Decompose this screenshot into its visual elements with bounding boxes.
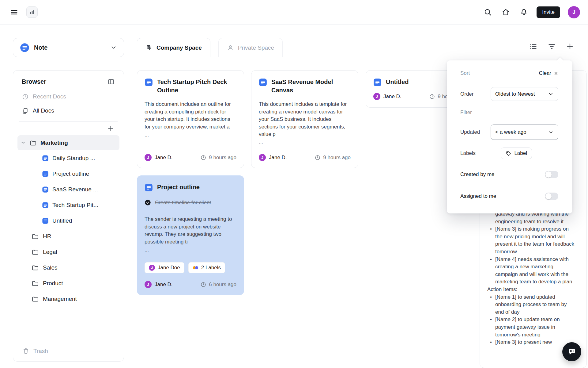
order-label: Order (460, 91, 473, 97)
card-timestamp: 6 hours ago (209, 282, 236, 288)
filter-icon (548, 42, 556, 51)
collapse-sidebar-button[interactable] (107, 77, 115, 86)
doc-card-saas-revenue-model[interactable]: SaaS Revenue Model Canvas This document … (251, 70, 358, 168)
sidebar-item-trash[interactable]: Trash (21, 345, 50, 357)
trash-label: Trash (33, 348, 48, 355)
header-actions: Invite J (482, 6, 580, 18)
card-body: The sender is requesting a meeting to di… (145, 216, 236, 246)
sidebar-item-recent-docs[interactable]: Recent Docs (17, 90, 119, 104)
trash-icon (22, 347, 29, 355)
note-doc-icon (42, 155, 49, 162)
tab-private-space-label: Private Space (238, 44, 274, 51)
sidebar-folder-management[interactable]: Management (17, 291, 119, 307)
folder-label: Product (43, 280, 63, 287)
folder-icon (32, 280, 39, 287)
tab-company-space[interactable]: Company Space (137, 38, 210, 57)
sidebar-doc-tech-startup[interactable]: Tech Startup Pit... (17, 197, 119, 213)
updated-select[interactable]: < a week ago (491, 125, 558, 140)
author-avatar: J (259, 154, 266, 161)
preview-line: Action Items: (487, 286, 576, 293)
chevron-down-icon[interactable] (21, 140, 26, 145)
toggle-knob (545, 193, 552, 199)
filter-button[interactable] (547, 42, 556, 51)
card-footer: J Jane D. 9 hours ago (259, 154, 351, 161)
docs-icon (22, 107, 29, 114)
card-title: Untitled (386, 78, 409, 86)
app-window: Invite J Note Company Space Private Spac… (0, 0, 588, 368)
assigned-to-me-label: Assigned to me (460, 193, 496, 199)
sidebar-folder-legal[interactable]: Legal (17, 244, 119, 260)
doc-type-selector[interactable]: Note (13, 38, 124, 57)
search-icon (484, 8, 492, 16)
checked-circle-icon[interactable] (145, 199, 151, 206)
sidebar-item-all-docs[interactable]: All Docs (17, 104, 119, 118)
notifications-button[interactable] (518, 7, 529, 17)
clock-icon (315, 155, 321, 161)
card-body: This document includes a template for cr… (259, 101, 351, 138)
sidebar-folder-sales[interactable]: Sales (17, 260, 119, 275)
sidebar-folder-product[interactable]: Product (17, 275, 119, 291)
doc-card-tech-startup-pitch[interactable]: Tech Startup Pitch Deck Outline This doc… (137, 70, 244, 168)
tab-private-space[interactable]: Private Space (218, 38, 283, 57)
created-by-me-toggle[interactable] (545, 171, 558, 178)
label-filter-button[interactable]: Label (501, 148, 532, 159)
chat-widget-button[interactable] (562, 342, 581, 361)
author-name: Jane D. (155, 155, 173, 161)
plus-icon (566, 42, 574, 51)
doc-label: SaaS Revenue ... (52, 186, 98, 193)
tag-icon (506, 151, 511, 156)
search-button[interactable] (482, 7, 493, 17)
card-title-row: Tech Startup Pitch Deck Outline (145, 78, 236, 94)
note-doc-icon (145, 78, 153, 86)
card-title-row: Project outline (145, 183, 236, 192)
workspace-logo[interactable] (26, 6, 38, 18)
order-select[interactable]: Oldest to Newest (491, 87, 558, 101)
author-avatar: J (373, 93, 380, 100)
card-meta: 9 hours ago (315, 155, 351, 161)
assigned-to-me-toggle[interactable] (545, 193, 558, 200)
preview-bullet: [Name 4] needs assistance with creating … (487, 256, 576, 286)
sidebar-header: Browser (17, 75, 119, 90)
plus-icon (107, 125, 115, 132)
sidebar-doc-untitled[interactable]: Untitled (17, 213, 119, 228)
doc-card-project-outline-selected[interactable]: Project outline Create timeline for clie… (137, 175, 244, 295)
browser-sidebar: Browser Recent Docs All Docs (13, 70, 124, 362)
sidebar-folder-marketing[interactable]: Marketing (17, 135, 119, 150)
person-icon (227, 44, 234, 51)
card-truncation: ... (145, 246, 236, 254)
chevron-down-icon (110, 44, 117, 51)
add-folder-button[interactable] (106, 124, 115, 133)
home-button[interactable] (500, 7, 511, 17)
clock-icon (429, 94, 435, 100)
sidebar-doc-saas-revenue[interactable]: SaaS Revenue ... (17, 182, 119, 197)
preview-bullet: [Name 3] to present new (487, 339, 576, 346)
folder-icon (32, 295, 39, 303)
clear-filters-button[interactable]: Clear (539, 70, 558, 76)
order-row: Order Oldest to Newest (460, 87, 558, 101)
card-timestamp: 9 hours ago (209, 155, 236, 161)
doc-label: Tech Startup Pit... (52, 202, 98, 209)
card-truncation: ... (259, 139, 351, 147)
list-view-button[interactable] (529, 42, 538, 51)
filter-section-label: Filter (460, 109, 472, 116)
doc-label: Project outline (52, 171, 89, 177)
assignee-chip[interactable]: J Jane Doe (145, 262, 184, 273)
add-doc-button[interactable] (565, 42, 575, 51)
recent-docs-label: Recent Docs (33, 93, 66, 100)
menu-button[interactable] (8, 6, 20, 18)
chevron-down-icon (548, 91, 554, 97)
invite-button[interactable]: Invite (537, 6, 560, 18)
folder-icon (32, 264, 39, 271)
sidebar-doc-daily-standup[interactable]: Daily Standup ... (17, 150, 119, 166)
note-doc-icon (373, 78, 382, 86)
author-avatar: J (145, 154, 152, 161)
todo-item[interactable]: Create timeline for client (145, 199, 236, 206)
sort-section-label: Sort (460, 70, 470, 76)
user-avatar[interactable]: J (568, 6, 580, 18)
card-truncation: ... (145, 131, 236, 139)
labels-chip[interactable]: 2 Labels (188, 262, 225, 273)
sidebar-doc-project-outline[interactable]: Project outline (17, 166, 119, 182)
sidebar-folder-hr[interactable]: HR (17, 228, 119, 244)
note-type-icon (20, 43, 29, 52)
doc-type-label: Note (34, 44, 106, 51)
